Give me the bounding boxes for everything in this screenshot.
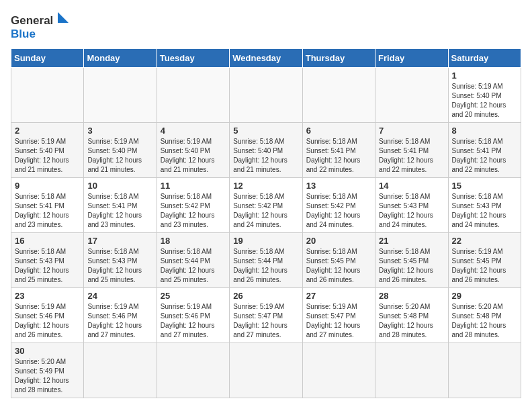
- sun-info: Sunrise: 5:18 AM Sunset: 5:43 PM Dayligh…: [452, 192, 517, 230]
- sun-info: Sunrise: 5:19 AM Sunset: 5:46 PM Dayligh…: [15, 302, 80, 340]
- calendar-cell: 15Sunrise: 5:18 AM Sunset: 5:43 PM Dayli…: [448, 178, 521, 233]
- day-number: 22: [452, 236, 517, 246]
- sun-info: Sunrise: 5:19 AM Sunset: 5:45 PM Dayligh…: [452, 247, 517, 285]
- calendar-cell: 1Sunrise: 5:19 AM Sunset: 5:40 PM Daylig…: [448, 68, 521, 123]
- calendar-cell: 25Sunrise: 5:19 AM Sunset: 5:46 PM Dayli…: [157, 288, 229, 343]
- sun-info: Sunrise: 5:19 AM Sunset: 5:40 PM Dayligh…: [161, 137, 226, 175]
- day-number: 14: [379, 181, 444, 191]
- calendar-cell: 8Sunrise: 5:18 AM Sunset: 5:41 PM Daylig…: [448, 123, 521, 178]
- calendar-cell: 6Sunrise: 5:18 AM Sunset: 5:41 PM Daylig…: [302, 123, 375, 178]
- sun-info: Sunrise: 5:18 AM Sunset: 5:42 PM Dayligh…: [306, 192, 371, 230]
- sun-info: Sunrise: 5:19 AM Sunset: 5:40 PM Dayligh…: [452, 82, 517, 120]
- sun-info: Sunrise: 5:19 AM Sunset: 5:47 PM Dayligh…: [306, 302, 371, 340]
- day-number: 13: [306, 181, 371, 191]
- day-number: 12: [233, 181, 298, 191]
- calendar-cell: 10Sunrise: 5:18 AM Sunset: 5:41 PM Dayli…: [84, 178, 157, 233]
- calendar-cell: 12Sunrise: 5:18 AM Sunset: 5:42 PM Dayli…: [230, 178, 302, 233]
- calendar-cell: [84, 343, 157, 398]
- day-number: 27: [306, 291, 371, 301]
- calendar-cell: [157, 343, 229, 398]
- day-number: 24: [87, 291, 152, 301]
- sun-info: Sunrise: 5:18 AM Sunset: 5:41 PM Dayligh…: [15, 192, 80, 230]
- calendar-cell: [11, 68, 84, 123]
- day-number: 8: [452, 126, 517, 136]
- day-number: 11: [161, 181, 226, 191]
- calendar-week-2: 2Sunrise: 5:19 AM Sunset: 5:40 PM Daylig…: [11, 123, 521, 178]
- calendar-cell: 23Sunrise: 5:19 AM Sunset: 5:46 PM Dayli…: [11, 288, 84, 343]
- day-number: 30: [15, 346, 80, 356]
- day-number: 7: [379, 126, 444, 136]
- day-number: 3: [87, 126, 152, 136]
- weekday-header-friday: Friday: [375, 49, 448, 68]
- sun-info: Sunrise: 5:18 AM Sunset: 5:41 PM Dayligh…: [452, 137, 517, 175]
- calendar-cell: [230, 68, 302, 123]
- calendar-cell: [375, 343, 448, 398]
- sun-info: Sunrise: 5:20 AM Sunset: 5:48 PM Dayligh…: [452, 302, 517, 340]
- calendar-cell: [157, 68, 229, 123]
- svg-marker-2: [58, 12, 69, 23]
- day-number: 18: [161, 236, 226, 246]
- calendar-cell: 5Sunrise: 5:18 AM Sunset: 5:40 PM Daylig…: [230, 123, 302, 178]
- calendar-cell: 21Sunrise: 5:18 AM Sunset: 5:45 PM Dayli…: [375, 233, 448, 288]
- day-number: 23: [15, 291, 80, 301]
- logo-svg: GeneralBlue: [11, 11, 71, 40]
- sun-info: Sunrise: 5:18 AM Sunset: 5:41 PM Dayligh…: [87, 192, 152, 230]
- sun-info: Sunrise: 5:18 AM Sunset: 5:41 PM Dayligh…: [306, 137, 371, 175]
- sun-info: Sunrise: 5:18 AM Sunset: 5:43 PM Dayligh…: [15, 247, 80, 285]
- calendar-cell: 28Sunrise: 5:20 AM Sunset: 5:48 PM Dayli…: [375, 288, 448, 343]
- sun-info: Sunrise: 5:20 AM Sunset: 5:49 PM Dayligh…: [15, 357, 80, 395]
- calendar-cell: 18Sunrise: 5:18 AM Sunset: 5:44 PM Dayli…: [157, 233, 229, 288]
- calendar-cell: 3Sunrise: 5:19 AM Sunset: 5:40 PM Daylig…: [84, 123, 157, 178]
- calendar-cell: 20Sunrise: 5:18 AM Sunset: 5:45 PM Dayli…: [302, 233, 375, 288]
- day-number: 9: [15, 181, 80, 191]
- sun-info: Sunrise: 5:18 AM Sunset: 5:44 PM Dayligh…: [161, 247, 226, 285]
- calendar-cell: [375, 68, 448, 123]
- sun-info: Sunrise: 5:18 AM Sunset: 5:44 PM Dayligh…: [233, 247, 298, 285]
- sun-info: Sunrise: 5:18 AM Sunset: 5:45 PM Dayligh…: [306, 247, 371, 285]
- day-number: 29: [452, 291, 517, 301]
- day-number: 17: [87, 236, 152, 246]
- day-number: 20: [306, 236, 371, 246]
- calendar-cell: [302, 343, 375, 398]
- calendar-cell: 19Sunrise: 5:18 AM Sunset: 5:44 PM Dayli…: [230, 233, 302, 288]
- calendar-cell: 9Sunrise: 5:18 AM Sunset: 5:41 PM Daylig…: [11, 178, 84, 233]
- calendar-cell: [84, 68, 157, 123]
- calendar-week-5: 23Sunrise: 5:19 AM Sunset: 5:46 PM Dayli…: [11, 288, 521, 343]
- day-number: 6: [306, 126, 371, 136]
- day-number: 10: [87, 181, 152, 191]
- calendar-cell: 14Sunrise: 5:18 AM Sunset: 5:43 PM Dayli…: [375, 178, 448, 233]
- weekday-header-wednesday: Wednesday: [230, 49, 302, 68]
- sun-info: Sunrise: 5:19 AM Sunset: 5:47 PM Dayligh…: [233, 302, 298, 340]
- day-number: 2: [15, 126, 80, 136]
- header: GeneralBlue: [11, 11, 521, 40]
- sun-info: Sunrise: 5:20 AM Sunset: 5:48 PM Dayligh…: [379, 302, 444, 340]
- calendar-week-3: 9Sunrise: 5:18 AM Sunset: 5:41 PM Daylig…: [11, 178, 521, 233]
- calendar-cell: 4Sunrise: 5:19 AM Sunset: 5:40 PM Daylig…: [157, 123, 229, 178]
- weekday-header-monday: Monday: [84, 49, 157, 68]
- calendar-week-6: 30Sunrise: 5:20 AM Sunset: 5:49 PM Dayli…: [11, 343, 521, 398]
- day-number: 21: [379, 236, 444, 246]
- calendar-cell: 24Sunrise: 5:19 AM Sunset: 5:46 PM Dayli…: [84, 288, 157, 343]
- day-number: 15: [452, 181, 517, 191]
- day-number: 26: [233, 291, 298, 301]
- calendar-cell: [302, 68, 375, 123]
- sun-info: Sunrise: 5:18 AM Sunset: 5:41 PM Dayligh…: [379, 137, 444, 175]
- weekday-header-thursday: Thursday: [302, 49, 375, 68]
- day-number: 19: [233, 236, 298, 246]
- day-number: 5: [233, 126, 298, 136]
- day-number: 1: [452, 71, 517, 81]
- calendar-cell: 11Sunrise: 5:18 AM Sunset: 5:42 PM Dayli…: [157, 178, 229, 233]
- calendar-cell: 7Sunrise: 5:18 AM Sunset: 5:41 PM Daylig…: [375, 123, 448, 178]
- sun-info: Sunrise: 5:18 AM Sunset: 5:42 PM Dayligh…: [233, 192, 298, 230]
- logo: GeneralBlue: [11, 11, 71, 40]
- day-number: 16: [15, 236, 80, 246]
- calendar-cell: 29Sunrise: 5:20 AM Sunset: 5:48 PM Dayli…: [448, 288, 521, 343]
- calendar-cell: [230, 343, 302, 398]
- calendar-cell: 17Sunrise: 5:18 AM Sunset: 5:43 PM Dayli…: [84, 233, 157, 288]
- weekday-header-tuesday: Tuesday: [157, 49, 229, 68]
- calendar-week-1: 1Sunrise: 5:19 AM Sunset: 5:40 PM Daylig…: [11, 68, 521, 123]
- sun-info: Sunrise: 5:19 AM Sunset: 5:46 PM Dayligh…: [161, 302, 226, 340]
- svg-text:General: General: [11, 14, 53, 27]
- calendar-cell: 13Sunrise: 5:18 AM Sunset: 5:42 PM Dayli…: [302, 178, 375, 233]
- calendar-cell: 26Sunrise: 5:19 AM Sunset: 5:47 PM Dayli…: [230, 288, 302, 343]
